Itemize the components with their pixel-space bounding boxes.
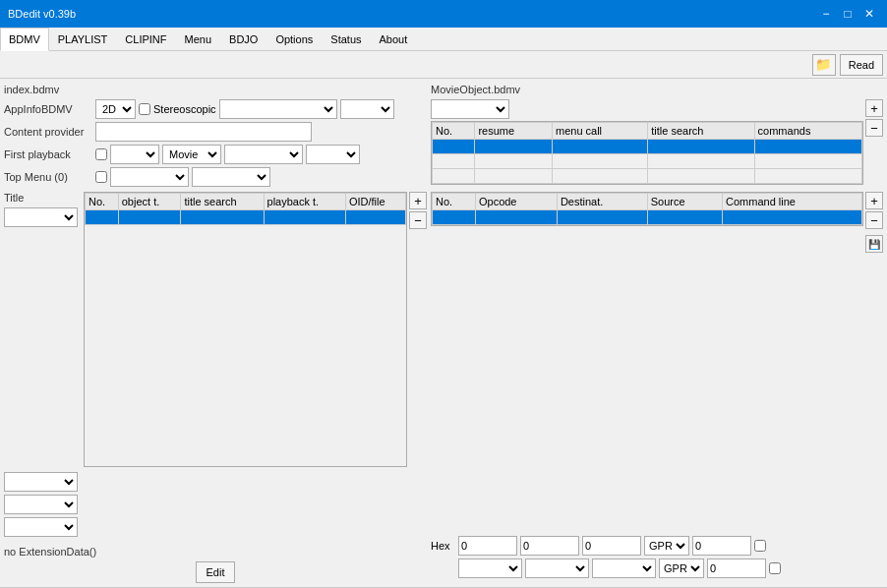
main-panels: index.bdmv AppInfoBDMV 2D Stereoscopic C… [0,79,887,587]
tab-menu[interactable]: Menu [176,28,221,50]
tab-about[interactable]: About [371,28,417,50]
right-top-select[interactable] [431,99,509,119]
top-menu-label: Top Menu (0) [4,171,92,183]
open-folder-button[interactable]: 📁 [812,54,836,76]
minimize-button[interactable]: − [816,4,836,24]
table-row[interactable] [433,154,862,169]
top-menu-checkbox[interactable] [95,171,107,183]
hex-section: Hex GPR GPR [431,534,883,583]
right-bottom-side-btns: + − 💾 [865,192,883,253]
title-left-select[interactable] [4,207,78,227]
tab-bdjo[interactable]: BDJO [220,28,266,50]
col-oid-file: OID/file [345,194,405,210]
hex-select2[interactable] [525,559,589,578]
tab-options[interactable]: Options [266,28,322,50]
tab-status[interactable]: Status [322,28,370,50]
hex-input2[interactable] [520,536,579,556]
table-row[interactable] [433,210,862,225]
table-row[interactable] [433,140,862,154]
right-top-side-btns: + − [865,99,883,137]
tab-playlist[interactable]: PLAYLIST [49,28,117,50]
content-provider-row: Content provider [4,122,427,142]
col-destinat: Destinat. [557,194,647,210]
hex-row1: Hex GPR [431,536,883,556]
right-panel: MovieObject.bdmv No. resume menu call ti… [431,83,883,583]
gpr-value2[interactable] [707,559,766,578]
right-bottom-table-container: No. Opcode Destinat. Source Command line [431,192,863,226]
folder-icon: 📁 [815,57,832,72]
title-table-container: No. object t. title search playback t. O… [84,192,407,467]
col-title-search: title search [648,123,754,140]
right-top-table-wrapper: No. resume menu call title search comman… [431,99,883,185]
maximize-button[interactable]: □ [838,4,857,24]
extra-select1[interactable] [4,472,78,492]
hex-checkbox1[interactable] [754,540,766,552]
left-panel: index.bdmv AppInfoBDMV 2D Stereoscopic C… [4,83,427,583]
col-resume: resume [475,123,553,140]
extra-select2[interactable] [4,495,78,514]
hex-input3[interactable] [582,536,641,556]
hex-select3[interactable] [592,559,656,578]
read-button[interactable]: Read [840,54,883,76]
extra-row2 [4,495,427,514]
appinfo-row: AppInfoBDMV 2D Stereoscopic [4,99,427,119]
hex-select1[interactable] [458,559,522,578]
hex-row2: GPR [431,559,883,578]
right-section-label: MovieObject.bdmv [431,83,883,96]
first-playback-movie-select[interactable]: Movie [162,145,221,164]
right-bottom-remove-button[interactable]: − [865,211,883,229]
appinfo-select[interactable]: 2D [95,99,136,119]
table-row[interactable] [86,210,406,225]
top-menu-select1[interactable] [110,167,189,187]
col-source: Source [647,194,722,210]
stereoscopic-checkbox[interactable] [139,103,150,115]
gpr-value1[interactable] [692,536,751,556]
title-table: No. object t. title search playback t. O… [85,193,406,225]
title-remove-button[interactable]: − [409,211,427,229]
top-menu-select2[interactable] [192,167,270,187]
hex-checkbox2[interactable] [769,562,781,574]
extra-row1 [4,472,427,492]
edit-button[interactable]: Edit [196,561,236,583]
title-table-wrapper: No. object t. title search playback t. O… [84,192,427,467]
tab-bdmv[interactable]: BDMV [0,28,49,51]
stereoscopic-select[interactable] [219,99,337,119]
left-section-label: index.bdmv [4,83,427,96]
gpr-select2[interactable]: GPR [659,559,704,578]
extra-select3[interactable] [4,517,78,537]
appinfo-extra-select[interactable] [340,99,394,119]
right-bottom-add-button[interactable]: + [865,192,883,209]
first-playback-label: First playback [4,148,92,160]
first-playback-checkbox[interactable] [95,148,107,160]
right-top-add-button[interactable]: + [865,99,883,117]
gpr-select1[interactable]: GPR [644,536,689,556]
tab-clipinf[interactable]: CLIPINF [116,28,175,50]
col-playback-t: playback t. [264,194,345,210]
content-provider-input[interactable] [95,122,312,142]
col-object-t: object t. [118,194,181,210]
col-no3: No. [433,194,476,210]
hex-input1[interactable] [458,536,517,556]
title-add-button[interactable]: + [409,192,427,209]
col-menu-call: menu call [552,123,647,140]
title-side-btns: + − [409,192,427,229]
right-top-remove-button[interactable]: − [865,119,883,137]
right-top-table-container: No. resume menu call title search comman… [431,121,863,185]
col-opcode: Opcode [475,194,557,210]
close-button[interactable]: ✕ [859,4,879,24]
title-bar: BDedit v0.39b − □ ✕ [0,0,887,28]
window-controls: − □ ✕ [816,4,879,24]
save-icon-button[interactable]: 💾 [865,235,883,253]
first-playback-type-select[interactable] [110,145,159,164]
title-table-row: Title No. object t. title search playbac… [4,192,427,467]
table-row[interactable] [433,169,862,184]
content-provider-label: Content provider [4,126,92,138]
right-bottom-table: No. Opcode Destinat. Source Command line [432,193,862,225]
no-extension-section: no ExtensionData() Edit [4,540,427,583]
col-command-line: Command line [723,194,862,210]
right-top-table: No. resume menu call title search comman… [432,122,862,184]
first-playback-final-select[interactable] [306,145,360,164]
col-no2: No. [433,123,475,140]
first-playback-extra-select[interactable] [224,145,303,164]
toolbar-row: 📁 Read [0,51,887,79]
